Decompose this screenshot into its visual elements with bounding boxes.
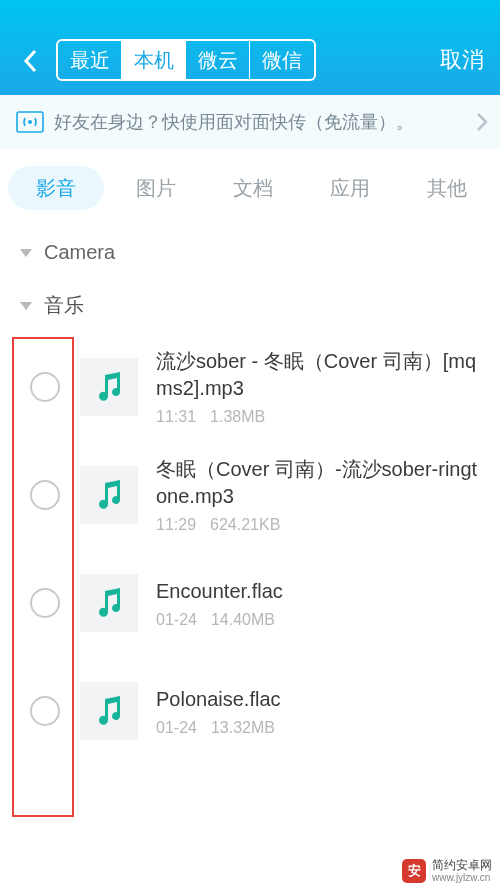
file-time: 11:31 — [156, 408, 196, 425]
source-tabs: 最近 本机 微云 微信 — [56, 39, 316, 81]
chevron-right-icon — [476, 112, 488, 132]
caret-down-icon — [20, 302, 32, 310]
category-tab-images[interactable]: 图片 — [110, 166, 201, 210]
file-info: Encounter.flac 01-2414.40MB — [156, 578, 484, 629]
promo-banner[interactable]: 好友在身边？快使用面对面快传（免流量）。 — [0, 95, 500, 149]
section-title: 音乐 — [44, 292, 84, 319]
file-row[interactable]: 冬眠（Cover 司南）-流沙sober-ringtone.mp3 11:296… — [16, 441, 500, 549]
file-info: 流沙sober - 冬眠（Cover 司南）[mqms2].mp3 11:311… — [156, 348, 484, 426]
chevron-left-icon — [23, 49, 37, 73]
file-size: 14.40MB — [211, 611, 275, 628]
file-meta: 11:311.38MB — [156, 408, 484, 426]
category-tab-apps[interactable]: 应用 — [304, 166, 395, 210]
watermark-logo-icon: 安 — [402, 859, 426, 883]
section-header-camera[interactable]: Camera — [0, 227, 500, 278]
cancel-button[interactable]: 取消 — [428, 39, 490, 81]
watermark: 安 简约安卓网 www.jylzw.cn — [402, 859, 492, 883]
file-name: Encounter.flac — [156, 578, 484, 605]
file-name: Polonaise.flac — [156, 686, 484, 713]
watermark-brand: 简约安卓网 — [432, 859, 492, 872]
file-meta: 01-2414.40MB — [156, 611, 484, 629]
music-note-icon — [96, 588, 122, 618]
top-header: 最近 本机 微云 微信 取消 — [0, 0, 500, 95]
category-tab-docs[interactable]: 文档 — [207, 166, 298, 210]
select-checkbox[interactable] — [30, 372, 60, 402]
file-name: 流沙sober - 冬眠（Cover 司南）[mqms2].mp3 — [156, 348, 484, 402]
promo-banner-text: 好友在身边？快使用面对面快传（免流量）。 — [54, 110, 414, 134]
music-note-icon — [96, 480, 122, 510]
source-tab-local[interactable]: 本机 — [122, 41, 186, 79]
file-size: 13.32MB — [211, 719, 275, 736]
music-note-icon — [96, 696, 122, 726]
file-thumbnail — [80, 466, 138, 524]
caret-down-icon — [20, 249, 32, 257]
source-tab-weiyun[interactable]: 微云 — [186, 41, 250, 79]
file-time: 11:29 — [156, 516, 196, 533]
music-note-icon — [96, 372, 122, 402]
file-size: 624.21KB — [210, 516, 280, 533]
file-name: 冬眠（Cover 司南）-流沙sober-ringtone.mp3 — [156, 456, 484, 510]
source-tab-recent[interactable]: 最近 — [58, 41, 122, 79]
file-time: 01-24 — [156, 611, 197, 628]
file-row[interactable]: Encounter.flac 01-2414.40MB — [16, 549, 500, 657]
source-tab-wechat[interactable]: 微信 — [250, 41, 314, 79]
broadcast-icon — [16, 111, 44, 133]
category-tab-other[interactable]: 其他 — [401, 166, 492, 210]
file-row[interactable]: 流沙sober - 冬眠（Cover 司南）[mqms2].mp3 11:311… — [16, 333, 500, 441]
file-thumbnail — [80, 574, 138, 632]
file-info: Polonaise.flac 01-2413.32MB — [156, 686, 484, 737]
file-meta: 01-2413.32MB — [156, 719, 484, 737]
category-tab-media[interactable]: 影音 — [8, 166, 104, 210]
file-row[interactable]: Polonaise.flac 01-2413.32MB — [16, 657, 500, 765]
select-checkbox[interactable] — [30, 588, 60, 618]
svg-point-1 — [28, 120, 32, 124]
section-title: Camera — [44, 241, 115, 264]
section-header-music[interactable]: 音乐 — [0, 278, 500, 333]
category-tabs: 影音 图片 文档 应用 其他 — [0, 149, 500, 227]
select-checkbox[interactable] — [30, 696, 60, 726]
watermark-text: 简约安卓网 www.jylzw.cn — [432, 859, 492, 883]
file-time: 01-24 — [156, 719, 197, 736]
file-thumbnail — [80, 358, 138, 416]
back-button[interactable] — [10, 41, 50, 81]
file-info: 冬眠（Cover 司南）-流沙sober-ringtone.mp3 11:296… — [156, 456, 484, 534]
file-thumbnail — [80, 682, 138, 740]
file-list: 流沙sober - 冬眠（Cover 司南）[mqms2].mp3 11:311… — [0, 333, 500, 765]
watermark-url: www.jylzw.cn — [432, 872, 492, 883]
select-checkbox[interactable] — [30, 480, 60, 510]
file-meta: 11:29624.21KB — [156, 516, 484, 534]
file-size: 1.38MB — [210, 408, 265, 425]
